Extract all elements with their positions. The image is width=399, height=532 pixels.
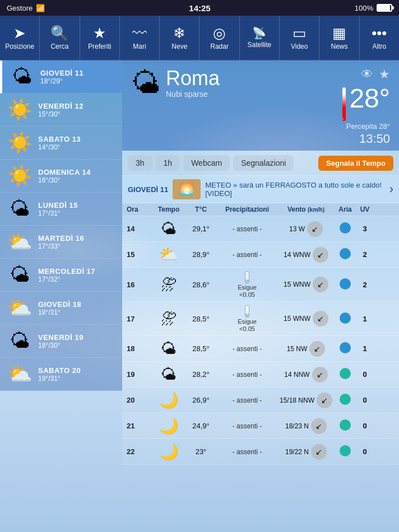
day-name-1: VENERDÌ 12 <box>38 102 117 110</box>
day-temp-7: 18°/31° <box>38 309 117 316</box>
table-row-0: 14 🌤 29,1° - assenti - 13 W ↙ 3 <box>122 216 399 242</box>
wind-direction-icon: ↙ <box>313 311 328 326</box>
wind-direction-icon: ↙ <box>311 418 327 434</box>
news-banner[interactable]: GIOVEDÌ 11 🌅 METEO » sarà un FERRAGOSTO … <box>122 176 399 203</box>
table-header: Ora Tempo T°C Precipitazioni Vento (km/h… <box>122 203 399 216</box>
nav-news[interactable]: ▦ News <box>319 16 359 60</box>
search-icon: 🔍 <box>50 26 68 40</box>
day-temp-0: 18°/29° <box>40 77 117 85</box>
day-icon-0: 🌤 <box>8 65 36 88</box>
nav-video[interactable]: ▭ Video <box>280 16 319 60</box>
tab-3h[interactable]: 3h <box>128 155 152 171</box>
day-item-3[interactable]: ☀️ DOMENICA 14 16°/30° <box>0 160 122 193</box>
day-temp-9: 19°/31° <box>38 375 117 382</box>
air-quality-circle <box>340 394 351 405</box>
td-vento: 15 WNW ↙ <box>278 277 334 292</box>
wind-speed: 15 WNW <box>284 281 310 288</box>
td-ora: 18 <box>127 344 152 353</box>
td-ora: 21 <box>127 422 152 430</box>
day-temp-4: 17°/31° <box>38 209 117 217</box>
perceived-temp: Percepita 28° <box>346 122 390 130</box>
td-ora: 19 <box>127 370 152 379</box>
day-item-9[interactable]: ⛅ SABATO 20 19°/31° <box>0 358 122 391</box>
td-precip: - assenti - <box>216 225 278 233</box>
city-header: 🌤 Roma Nubi sparse 👁 ★ + − <box>122 60 399 151</box>
star-icon[interactable]: ★ <box>379 67 390 82</box>
col-tempo: Tempo <box>152 206 185 213</box>
td-icon: ⛈ <box>152 310 185 328</box>
day-temp-5: 17°/33° <box>38 242 117 250</box>
wind-speed: 14 NNW <box>284 371 309 379</box>
day-info-5: MARTEDÌ 16 17°/33° <box>38 234 117 250</box>
td-precip: - assenti - <box>216 344 278 353</box>
precip-absent: - assenti - <box>233 251 262 259</box>
td-vento: 15/18 NNW ↙ <box>278 393 334 408</box>
td-precip: - assenti - <box>216 422 278 430</box>
table-row-3: 17 ⛈ 28,5° Esigue <0.05 15 WNW ↙ 1 <box>122 302 399 336</box>
tab-segnalazioni[interactable]: Segnalazioni <box>233 155 294 171</box>
wind-direction-icon: ↙ <box>313 247 328 263</box>
td-temp: 28,2° <box>185 370 216 379</box>
tab-1h[interactable]: 1h <box>156 155 180 171</box>
td-uv: 0 <box>356 422 373 430</box>
day-item-7[interactable]: ⛅ GIOVEDÌ 18 18°/31° <box>0 292 122 325</box>
nav-preferiti[interactable]: ★ Preferiti <box>80 16 120 60</box>
day-info-2: SABATO 13 14°/30° <box>38 135 117 151</box>
precip-bar <box>245 271 249 283</box>
day-item-2[interactable]: ☀️ SABATO 13 14°/30° <box>0 127 122 160</box>
wifi-icon: 📶 <box>36 4 45 12</box>
day-item-8[interactable]: 🌤 VENERDÌ 19 18°/30° <box>0 325 122 358</box>
day-name-7: GIOVEDÌ 18 <box>38 300 117 309</box>
td-ora: 17 <box>127 315 152 323</box>
td-precip: Esigue <0.05 <box>216 305 278 332</box>
carrier-name: Gestore <box>7 4 33 12</box>
city-info-left: 🌤 Roma Nubi sparse <box>131 67 220 99</box>
precip-absent: - assenti - <box>233 371 262 379</box>
city-time: 13:50 <box>359 132 390 146</box>
day-item-6[interactable]: 🌤 MERCOLEDÌ 17 17°/32° <box>0 259 122 292</box>
air-quality-circle <box>340 342 351 353</box>
nav-neve[interactable]: ❄ Neve <box>160 16 200 60</box>
video-icon: ▭ <box>293 26 307 40</box>
day-item-5[interactable]: ⛅ MARTEDÌ 16 17°/33° <box>0 226 122 259</box>
day-name-2: SABATO 13 <box>38 135 117 143</box>
day-info-0: GIOVEDÌ 11 18°/29° <box>40 69 117 85</box>
table-row-4: 18 🌤 28,5° - assenti - 15 NW ↙ 1 <box>122 336 399 362</box>
air-quality-circle <box>340 312 351 324</box>
day-name-6: MERCOLEDÌ 17 <box>38 267 117 276</box>
td-uv: 1 <box>356 315 373 323</box>
sea-icon: 〰 <box>132 26 147 40</box>
nav-label-mari: Mari <box>133 43 146 50</box>
day-item-4[interactable]: 🌤 LUNEDÌ 15 17°/31° <box>0 193 122 226</box>
day-item-1[interactable]: ☀️ VENERDÌ 12 15°/30° <box>0 94 122 127</box>
td-aria <box>334 222 356 235</box>
day-info-3: DOMENICA 14 16°/30° <box>38 168 117 184</box>
precip-absent: - assenti - <box>233 396 262 404</box>
nav-mari[interactable]: 〰 Mari <box>120 16 160 60</box>
nav-posizione[interactable]: ➤ Posizione <box>0 16 40 60</box>
eye-icon[interactable]: 👁 <box>361 67 373 82</box>
air-quality-circle <box>340 248 351 259</box>
td-temp: 28,5° <box>185 315 216 323</box>
nav-radar[interactable]: ◎ Radar <box>200 16 239 60</box>
nav-bar: ➤ Posizione 🔍 Cerca ★ Preferiti 〰 Mari ❄… <box>0 16 399 60</box>
nav-satellite[interactable]: 📡 Satellite <box>240 16 280 60</box>
nav-label-radar: Radar <box>210 43 229 50</box>
nav-label-posizione: Posizione <box>5 43 34 50</box>
td-precip: Esigue <0.05 <box>216 271 278 298</box>
td-icon: 🌙 <box>152 417 185 435</box>
td-ora: 14 <box>127 225 152 233</box>
day-item-0[interactable]: 🌤 GIOVEDÌ 11 18°/29° <box>0 60 122 94</box>
precip-label: Esigue <box>238 284 257 291</box>
tab-segnala-tempo[interactable]: Segnala il Tempo <box>318 156 393 171</box>
nav-altro[interactable]: ••• Altro <box>360 16 399 60</box>
tab-webcam[interactable]: Webcam <box>183 155 230 171</box>
wind-speed: 15 WNW <box>284 315 310 323</box>
table-row-7: 21 🌙 24,9° - assenti - 18/23 N ↙ 0 <box>122 413 399 439</box>
precip-absent: - assenti - <box>233 225 262 233</box>
table-body: 14 🌤 29,1° - assenti - 13 W ↙ 3 15 ⛅ 28,… <box>122 216 399 465</box>
temperature-row: + − 28° <box>342 85 390 121</box>
day-name-9: SABATO 20 <box>38 366 117 375</box>
day-temp-3: 16°/30° <box>38 176 117 184</box>
nav-cerca[interactable]: 🔍 Cerca <box>40 16 80 60</box>
